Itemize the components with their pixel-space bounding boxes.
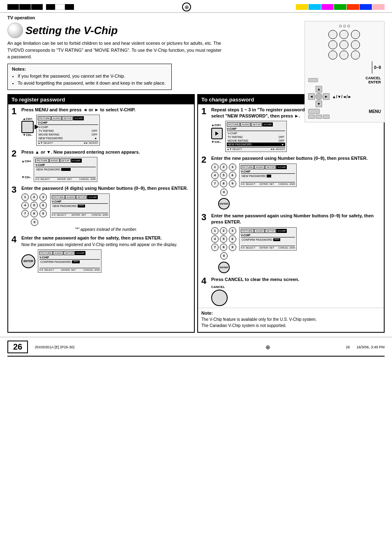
notes-title: Notes: [12,67,167,71]
enter-button-c2: ENTER [218,198,230,210]
title-icon [7,23,23,38]
step-instruction-c2: Enter the new password using Number butt… [211,155,380,161]
page-title: Setting the V-Chip [7,21,287,40]
change-step-3: 3 Enter the same password again using Nu… [198,213,384,273]
register-column: To register password 1 Press MENU and th… [7,94,195,333]
step-note-r3: "*" appears instead of the number. [21,227,191,232]
step-number-c2: 2 [201,155,210,164]
page-number-box: 26 [7,341,28,353]
description-text: An age limitation can be set to forbid c… [7,40,225,60]
menu-label: MENU [369,109,381,114]
step-number-r4: 4 [12,235,20,244]
step-instruction-c4: Press CANCEL to clear the menu screen. [211,276,380,283]
enter-button-c3: ENTER [218,262,230,273]
change-step-2: 2 Enter the new password using Number bu… [198,155,384,209]
screen-c3: PICTURE AUDIO SETUP V-CHIP V-CHIP CONFIR… [239,227,297,251]
footer-file: J5X00301A [E] (P26-30) [35,345,190,349]
screen-r1: PICTURE AUDIO SETUP V-CHIP V-CHIP V-CHIP [36,115,100,146]
section-label: TV operation [7,13,385,21]
page-footer: 26 J5X00301A [E] (P26-30) ⊕ 26 16/3/06, … [0,337,392,355]
cancel-label: CANCEL [366,76,381,80]
enter-button-r4: ENTER [21,254,35,268]
register-header: To register password [8,95,194,104]
note-item-2: To avoid forgetting the password, write … [18,80,167,87]
register-step-4: 4 Enter the same password again for the … [8,235,194,273]
step-subnote-r4: Now the password was registered and V-Ch… [21,242,191,248]
step-number-r2: 2 [12,149,20,158]
step-instruction-r1: Press MENU and then press ◄ or ► to sele… [21,107,191,113]
remote-illustration: 0–9 CANCEL ENTER ▲ ▼ ◄ ► [304,21,385,122]
note-item-1: If you forget the password, you cannot s… [18,73,167,80]
footer-date: 16/3/06, 3:49 PM [356,345,385,349]
step-instruction-r3: Enter the password (4 digits) using Numb… [21,185,191,191]
zero-nine-label: 0–9 [374,65,381,70]
cancel-button-c4 [211,290,228,306]
cancel-label-c4: CANCEL [211,285,228,289]
step-instruction-c3: Enter the same password again using Numb… [211,213,380,226]
step-number-r3: 3 [12,185,20,194]
register-step-3: 3 Enter the password (4 digits) using Nu… [8,185,194,231]
step-number-r1: 1 [12,107,20,116]
change-step-4: 4 Press CANCEL to clear the menu screen.… [198,276,384,306]
bottom-note-line1: The V-Chip feature is available only for… [201,316,380,322]
nav-label: ▲/▼/◄/► [332,94,352,99]
footer-page-ref: 26 [346,345,350,349]
screen-c2: PICTURE AUDIO SETUP V-CHIP V-CHIP NEW PA… [239,164,297,187]
notes-box: Notes: If you forget the password, you c… [7,64,172,90]
step-number-c3: 3 [201,213,210,222]
two-columns: To register password 1 Press MENU and th… [7,94,385,333]
screen-c1: PICTURE AUDIO SETUP V-CHIP V-CHIP V-CHIP [225,121,287,152]
register-step-2: 2 Press ▲ or ▼. New password entering sc… [8,149,194,182]
footer-center-icon: ⊕ [190,344,346,350]
change-bottom-note: Note: The V-Chip feature is available on… [198,308,384,329]
bottom-note-line2: The Canadian V-Chip system is not suppor… [201,322,380,329]
screen-r2: PICTURE AUDIO SETUP V-CHIP V-CHIP NEW PA… [34,157,97,182]
change-column: To change password 1 Repeat steps 1 ~ 3 … [197,94,385,333]
step-instruction-r4: Enter the same password again for the sa… [21,235,191,241]
compass-icon: ⊕ [182,2,191,12]
enter-label: ENTER [366,80,381,84]
screen-r3: PICTURE AUDIO SETUP V-CHIP V-CHIP NEW PA… [50,193,110,218]
step-number-c1: 1 [201,107,210,116]
register-step-1: 1 Press MENU and then press ◄ or ► to se… [8,107,194,146]
step-instruction-r2: Press ▲ or ▼. New password entering scre… [21,149,191,155]
screen-r4: PICTURE AUDIO SETUP V-CHIP V-CHIP CONFIR… [38,249,101,273]
step-number-c4: 4 [201,276,210,286]
